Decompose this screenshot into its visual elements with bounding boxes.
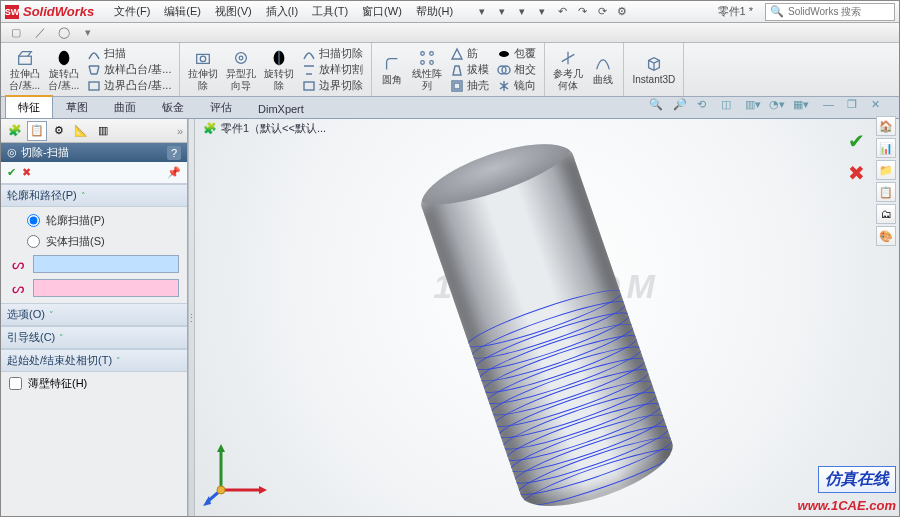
mirror-button[interactable]: 镜向 [497, 78, 536, 93]
section-guides[interactable]: 引导线(C)˅ [1, 326, 187, 349]
extrude-boss-button[interactable]: 拉伸凸台/基... [9, 49, 40, 91]
search-input[interactable] [788, 6, 890, 17]
scene-icon[interactable]: ▦▾ [793, 98, 811, 116]
print-icon[interactable]: ▾ [533, 3, 551, 21]
section-icon[interactable]: ◫ [721, 98, 739, 116]
menu-file[interactable]: 文件(F) [108, 2, 156, 21]
svg-marker-22 [259, 486, 267, 494]
section-options[interactable]: 选项(O)˅ [1, 303, 187, 326]
save-icon[interactable]: ▾ [513, 3, 531, 21]
home-icon[interactable]: 🏠 [876, 116, 896, 136]
splitter[interactable] [188, 119, 195, 516]
rebuild-icon[interactable]: ⟳ [593, 3, 611, 21]
loft-button[interactable]: 放样凸台/基... [87, 62, 171, 77]
help-icon[interactable]: ? [167, 146, 181, 160]
menu-window[interactable]: 窗口(W) [356, 2, 408, 21]
ref-geometry-button[interactable]: 参考几何体 [553, 49, 583, 91]
fillet-button[interactable]: 圆角 [380, 55, 404, 85]
menu-edit[interactable]: 编辑(E) [158, 2, 207, 21]
undo-icon[interactable]: ↶ [553, 3, 571, 21]
menu-insert[interactable]: 插入(I) [260, 2, 304, 21]
profile-selection-box[interactable] [33, 255, 179, 273]
menu-help[interactable]: 帮助(H) [410, 2, 459, 21]
section-start-end[interactable]: 起始处/结束处相切(T)˅ [1, 349, 187, 372]
new-icon[interactable]: ▾ [473, 3, 491, 21]
zoom-fit-icon[interactable]: 🔍 [649, 98, 667, 116]
radio-solid-sweep[interactable]: 实体扫描(S) [9, 234, 179, 249]
shell-button[interactable]: 抽壳 [450, 78, 489, 93]
search-box[interactable]: 🔍 [765, 3, 895, 21]
tab-sketch[interactable]: 草图 [53, 96, 101, 118]
graphics-area[interactable]: 🧩 零件1（默认<<默认... ✔ ✖ 1CAE.COM [195, 119, 899, 516]
circle-icon[interactable]: ◯ [55, 24, 73, 42]
hole-wizard-button[interactable]: 异型孔向导 [226, 49, 256, 91]
revolve-boss-button[interactable]: 旋转凸台/基... [48, 49, 79, 91]
view-palette-icon[interactable]: 🗂 [876, 204, 896, 224]
boundary-button[interactable]: 边界凸台/基... [87, 78, 171, 93]
panel-expand-icon[interactable]: » [177, 125, 183, 137]
open-icon[interactable]: ▾ [493, 3, 511, 21]
fm-tree-icon[interactable]: 🧩 [5, 121, 25, 141]
chevron-up-icon: ˄ [81, 191, 86, 201]
mirror-icon [497, 79, 511, 93]
radio-sketch-sweep[interactable]: 轮廓扫描(P) [9, 213, 179, 228]
sweep-button[interactable]: 扫描 [87, 46, 171, 61]
svg-point-11 [430, 51, 434, 55]
loft-cut-button[interactable]: 放样切割 [302, 62, 363, 77]
tree-toggle-icon[interactable]: 🧩 [203, 122, 217, 135]
menu-tools[interactable]: 工具(T) [306, 2, 354, 21]
restore-icon[interactable]: ❐ [847, 98, 865, 116]
curves-button[interactable]: 曲线 [591, 55, 615, 85]
shell-icon [450, 79, 464, 93]
rotate-icon[interactable]: ⟲ [697, 98, 715, 116]
clipboard-icon[interactable]: 📋 [876, 182, 896, 202]
instant3d-button[interactable]: Instant3D [632, 55, 675, 85]
zoom-area-icon[interactable]: 🔎 [673, 98, 691, 116]
tab-sheetmetal[interactable]: 钣金 [149, 96, 197, 118]
redo-icon[interactable]: ↷ [573, 3, 591, 21]
boundary-cut-button[interactable]: 边界切除 [302, 78, 363, 93]
cut-revolve-button[interactable]: 旋转切除 [264, 49, 294, 91]
fm-display-icon[interactable]: ▥ [93, 121, 113, 141]
linear-pattern-button[interactable]: 线性阵列 [412, 49, 442, 91]
wrap-button[interactable]: 包覆 [497, 46, 536, 61]
tab-features[interactable]: 特征 [5, 95, 53, 118]
dropdown-icon[interactable]: ▾ [79, 24, 97, 42]
options-icon[interactable]: ⚙ [613, 3, 631, 21]
intersect-button[interactable]: 相交 [497, 62, 536, 77]
resources-icon[interactable]: 📊 [876, 138, 896, 158]
sweep-cut-button[interactable]: 扫描切除 [302, 46, 363, 61]
display-icon[interactable]: ▥▾ [745, 98, 763, 116]
tab-dimxpert[interactable]: DimXpert [245, 99, 317, 118]
section-profile-path[interactable]: 轮廓和路径(P)˄ [1, 184, 187, 207]
draft-button[interactable]: 拔模 [450, 62, 489, 77]
task-pane: 🏠 📊 📁 📋 🗂 🎨 [876, 116, 898, 246]
boundary-cut-icon [302, 79, 316, 93]
ok-icon[interactable]: ✔ [7, 166, 16, 179]
sketch-icon[interactable]: ▢ [7, 24, 25, 42]
view-triad[interactable] [203, 438, 273, 508]
cancel-icon[interactable]: ✖ [22, 166, 31, 179]
fm-config-icon[interactable]: ⚙ [49, 121, 69, 141]
path-selection-box[interactable] [33, 279, 179, 297]
fm-dim-icon[interactable]: 📐 [71, 121, 91, 141]
confirm-cancel-icon[interactable]: ✖ [848, 161, 865, 185]
confirm-ok-icon[interactable]: ✔ [848, 129, 865, 153]
rib-button[interactable]: 筋 [450, 46, 489, 61]
model-3d[interactable] [413, 128, 681, 516]
pushpin-icon[interactable]: 📌 [167, 166, 181, 179]
library-icon[interactable]: 📁 [876, 160, 896, 180]
tab-surface[interactable]: 曲面 [101, 96, 149, 118]
thin-feature-checkbox[interactable] [9, 377, 22, 390]
minimize-icon[interactable]: — [823, 98, 841, 116]
cut-extrude-button[interactable]: 拉伸切除 [188, 49, 218, 91]
fm-property-icon[interactable]: 📋 [27, 121, 47, 141]
breadcrumb[interactable]: 零件1（默认<<默认... [221, 121, 326, 136]
tab-evaluate[interactable]: 评估 [197, 96, 245, 118]
appearance-icon[interactable]: ◔▾ [769, 98, 787, 116]
close-icon[interactable]: ✕ [871, 98, 889, 116]
appearances-icon[interactable]: 🎨 [876, 226, 896, 246]
menu-view[interactable]: 视图(V) [209, 2, 258, 21]
svg-rect-15 [454, 83, 460, 89]
line-icon[interactable]: ／ [31, 24, 49, 42]
